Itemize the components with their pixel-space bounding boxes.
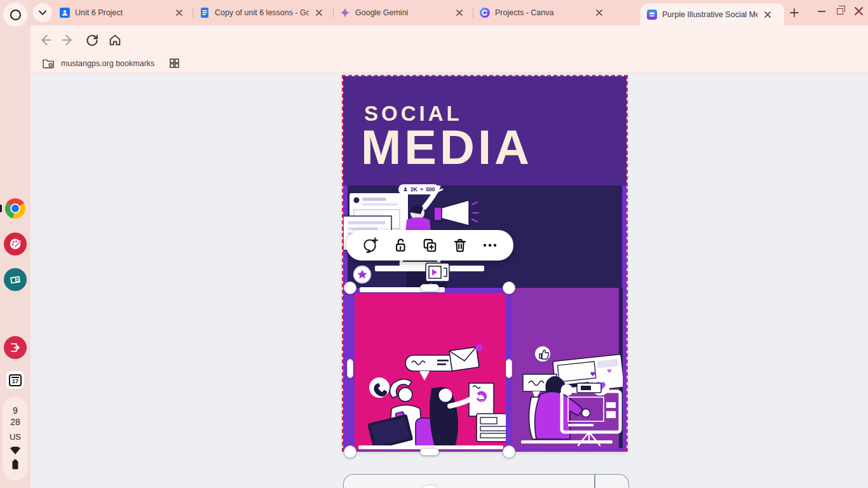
element-context-toolbar (346, 230, 513, 261)
more-options-button[interactable] (479, 234, 501, 256)
duplicate-icon (421, 237, 438, 254)
tab-search-button[interactable] (33, 3, 52, 22)
tab-title: Purple Illustrative Social Me (662, 10, 757, 19)
close-icon (456, 10, 463, 16)
tab-title: Copy of unit 6 lessons - Goo (215, 8, 309, 17)
add-comment-icon (362, 237, 379, 254)
tab-title: Unit 6 Project (75, 8, 169, 17)
clock-minute: 28 (10, 417, 20, 427)
tab-canva-projects[interactable]: Projects - Canva (480, 4, 610, 21)
gemini-favicon (340, 8, 350, 18)
delete-button[interactable] (449, 234, 471, 256)
keyboard-layout: US (10, 432, 21, 442)
tab-divider (333, 8, 334, 18)
selection-handle-left-middle[interactable] (347, 359, 353, 378)
canva-canvas-area[interactable]: SOCIAL MEDIA (31, 73, 868, 488)
chromeos-shelf: 17 9 28 US (0, 0, 31, 488)
selection-handle-right-middle[interactable] (506, 359, 512, 378)
apps-grid-icon[interactable] (170, 58, 179, 68)
card-icon (8, 273, 22, 287)
close-icon (176, 10, 182, 16)
trash-icon (452, 237, 468, 254)
launcher-button[interactable] (3, 3, 27, 27)
close-icon (764, 11, 771, 18)
more-icon (481, 236, 499, 254)
canva-design-favicon (647, 10, 657, 20)
home-button[interactable] (108, 33, 122, 47)
launcher-icon (10, 10, 21, 20)
tab-divider (193, 8, 193, 18)
tab-title: Google Gemini (355, 8, 449, 17)
forward-button[interactable] (61, 33, 75, 47)
tab-strip: Unit 6 Project Copy of unit 6 lessons - … (31, 0, 868, 25)
clock-hour: 9 (13, 405, 18, 416)
bookmarks-folder-label[interactable]: mustangps.org bookmarks (61, 59, 154, 68)
window-controls (818, 7, 863, 15)
wifi-icon (10, 447, 20, 454)
close-icon (316, 10, 322, 16)
panel-divider (594, 475, 595, 488)
lock-button[interactable] (390, 234, 411, 256)
tab-close-button[interactable] (594, 8, 604, 18)
shelf-item-chrome[interactable] (4, 197, 27, 220)
tab-title: Projects - Canva (495, 8, 589, 17)
selection-handle-top-center[interactable] (420, 284, 439, 292)
exit-arrow-icon (9, 341, 22, 354)
duplicate-button[interactable] (419, 234, 441, 256)
tab-close-button[interactable] (763, 10, 773, 20)
shelf-item-canvas-app[interactable] (4, 233, 27, 255)
selection-handle-top-left[interactable] (344, 281, 356, 294)
chrome-active-indicator (0, 205, 2, 212)
new-tab-button[interactable] (789, 8, 799, 18)
tab-unit6-project[interactable]: Unit 6 Project (60, 4, 193, 21)
next-page-panel[interactable] (343, 474, 629, 488)
bookmarks-bar: mustangps.org bookmarks (31, 54, 868, 73)
tab-google-gemini[interactable]: Google Gemini (340, 4, 473, 21)
tab-close-button[interactable] (174, 8, 184, 18)
reload-button[interactable] (85, 33, 99, 47)
tab-close-button[interactable] (454, 8, 465, 18)
back-button[interactable] (38, 33, 52, 47)
chevron-down-icon (39, 10, 46, 15)
battery-icon (12, 459, 18, 470)
shelf-item-signout-app[interactable] (4, 336, 27, 359)
selection-handle-bottom-left[interactable] (344, 445, 356, 458)
shelf-item-calendar[interactable]: 17 (6, 371, 24, 389)
screen: 17 9 28 US (0, 0, 868, 488)
minimize-button[interactable] (818, 11, 825, 12)
tab-purple-illustrative-active[interactable]: Purple Illustrative Social Me (641, 3, 784, 25)
selection-handle-bottom-center[interactable] (420, 448, 439, 456)
plus-icon (789, 8, 799, 18)
selection-handle-top-right[interactable] (503, 281, 515, 294)
browser-toolbar: canva.com/design/DAG7ywKbsLM/tb2aS-U7lyC… (31, 25, 868, 54)
lock-icon (392, 237, 409, 254)
restore-button[interactable] (837, 8, 843, 15)
tab-divider (473, 8, 473, 18)
shelf-item-screencast-app[interactable] (4, 268, 27, 291)
canva-favicon (480, 8, 490, 18)
classroom-favicon (60, 8, 70, 18)
tab-close-button[interactable] (314, 8, 324, 18)
calendar-icon: 17 (9, 374, 22, 386)
add-comment-button[interactable] (360, 234, 381, 256)
page-selection-border (342, 75, 628, 452)
chrome-icon (4, 197, 27, 220)
close-icon (596, 10, 602, 16)
selection-handle-bottom-right[interactable] (503, 445, 515, 458)
palette-icon (8, 237, 22, 251)
tab-docs-lessons[interactable]: Copy of unit 6 lessons - Goo (200, 4, 333, 21)
status-tray[interactable]: 9 28 US (3, 396, 28, 480)
calendar-day: 17 (12, 378, 18, 385)
window-close-button[interactable] (855, 7, 863, 15)
google-docs-favicon (200, 8, 210, 18)
managed-bookmarks-folder-icon (42, 58, 55, 69)
